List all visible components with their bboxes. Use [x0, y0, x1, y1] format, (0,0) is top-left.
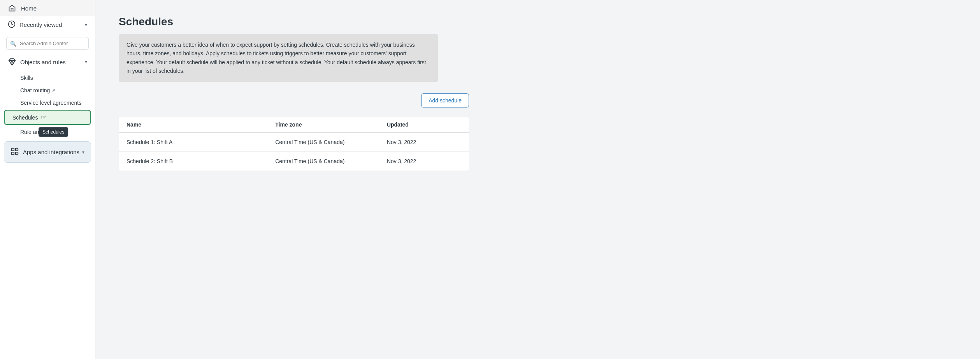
- svg-rect-4: [16, 152, 18, 155]
- schedules-table: Name Time zone Updated Schedule 1: Shift…: [119, 117, 469, 171]
- sidebar-item-service-level[interactable]: Service level agreements: [0, 97, 95, 109]
- service-level-label: Service level agreements: [20, 100, 81, 106]
- objects-rules-chevron: ▾: [85, 59, 87, 65]
- sidebar: Home Recently viewed ▾ 🔍: [0, 0, 95, 359]
- apps-icon: [11, 147, 19, 157]
- external-link-icon: ↗: [52, 88, 55, 93]
- row2-name: Schedule 2: Shift B: [126, 158, 275, 164]
- sidebar-item-home[interactable]: Home: [0, 0, 95, 16]
- row1-name: Schedule 1: Shift A: [126, 139, 275, 145]
- sidebar-item-chat-routing[interactable]: Chat routing ↗: [0, 84, 95, 97]
- chat-routing-label: Chat routing: [20, 87, 50, 93]
- recently-viewed-left: Recently viewed: [8, 20, 62, 29]
- col-updated-header: Updated: [387, 121, 461, 128]
- svg-rect-1: [12, 148, 14, 151]
- top-bar: Add schedule: [119, 93, 469, 107]
- apps-integrations-label: Apps and integrations: [23, 149, 79, 155]
- schedules-label: Schedules: [12, 114, 38, 121]
- skills-label: Skills: [20, 75, 33, 81]
- apps-integrations-header[interactable]: Apps and integrations ▾: [4, 143, 91, 161]
- cursor-icon: ☞: [41, 114, 46, 121]
- chevron-down-icon: ▾: [85, 22, 87, 28]
- search-container: 🔍: [6, 37, 89, 50]
- page-title: Schedules: [119, 16, 957, 28]
- page-description: Give your customers a better idea of whe…: [119, 34, 438, 82]
- svg-rect-3: [12, 152, 14, 155]
- recently-viewed-section[interactable]: Recently viewed ▾: [0, 16, 95, 33]
- objects-and-rules-section[interactable]: Objects and rules ▾: [0, 54, 95, 70]
- apps-integrations-left: Apps and integrations: [11, 147, 79, 157]
- clock-icon: [8, 20, 16, 29]
- row2-updated: Nov 3, 2022: [387, 158, 461, 164]
- add-schedule-button[interactable]: Add schedule: [421, 93, 469, 107]
- col-name-header: Name: [126, 121, 275, 128]
- nav-items-list: Skills Chat routing ↗ Service level agre…: [0, 70, 95, 140]
- table-header: Name Time zone Updated: [119, 117, 469, 133]
- apps-integrations-section: Apps and integrations ▾: [4, 141, 91, 163]
- objects-rules-label: Objects and rules: [20, 59, 66, 65]
- table-row[interactable]: Schedule 1: Shift A Central Time (US & C…: [119, 133, 469, 152]
- home-label: Home: [21, 5, 37, 12]
- table-row[interactable]: Schedule 2: Shift B Central Time (US & C…: [119, 152, 469, 171]
- search-input[interactable]: [6, 37, 89, 50]
- row1-updated: Nov 3, 2022: [387, 139, 461, 145]
- objects-rules-left: Objects and rules: [8, 58, 66, 66]
- main-content: Schedules Give your customers a better i…: [95, 0, 980, 359]
- row2-timezone: Central Time (US & Canada): [275, 158, 387, 164]
- home-icon: [8, 4, 16, 12]
- sidebar-item-skills[interactable]: Skills: [0, 72, 95, 84]
- search-icon: 🔍: [10, 40, 16, 46]
- apps-integrations-chevron: ▾: [82, 150, 84, 155]
- svg-rect-2: [16, 148, 18, 151]
- schedules-tooltip: Schedules: [39, 127, 68, 137]
- col-timezone-header: Time zone: [275, 121, 387, 128]
- recently-viewed-label: Recently viewed: [19, 21, 62, 28]
- sidebar-item-schedules[interactable]: Schedules ☞ Schedules: [4, 110, 91, 125]
- row1-timezone: Central Time (US & Canada): [275, 139, 387, 145]
- objects-rules-icon: [8, 58, 16, 66]
